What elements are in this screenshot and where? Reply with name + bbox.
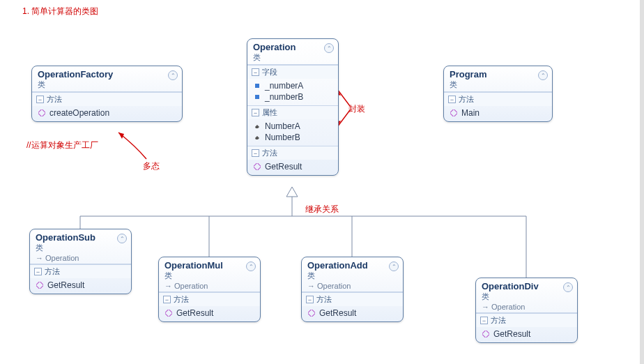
class-operation[interactable]: Operation 类 ⌃ − 字段 _numberA _numberB xyxy=(247,38,339,176)
svg-rect-18 xyxy=(482,331,489,338)
stereotype: 类 xyxy=(482,291,572,302)
method-icon xyxy=(450,109,458,117)
svg-rect-12 xyxy=(255,95,259,99)
toggle-icon[interactable]: − xyxy=(163,296,171,303)
class-operation-div[interactable]: OperationDiv 类 → Operation ⌃ − 方法 GetRes… xyxy=(475,278,578,343)
svg-rect-14 xyxy=(450,109,457,116)
svg-rect-13 xyxy=(254,163,261,170)
method-icon xyxy=(164,309,173,317)
svg-marker-0 xyxy=(286,187,298,197)
diagram-canvas: 1. 简单计算器的类图 //运算对象生产工厂 多态 封装 继承关系 Operat… xyxy=(0,0,644,364)
svg-rect-11 xyxy=(255,84,259,88)
section-methods-label: 方法 xyxy=(45,266,60,277)
svg-rect-15 xyxy=(36,282,43,289)
method-icon xyxy=(38,109,46,117)
method-create-operation[interactable]: createOperation xyxy=(36,107,179,119)
encapsulation-label: 封装 xyxy=(348,103,365,115)
method-get-result[interactable]: GetResult xyxy=(306,308,400,319)
class-operation-add[interactable]: OperationAdd 类 → Operation ⌃ − 方法 GetRes… xyxy=(301,257,404,322)
property-number-a[interactable]: NumberA xyxy=(252,121,335,132)
section-methods-label: 方法 xyxy=(459,94,474,105)
toggle-icon[interactable]: − xyxy=(252,68,259,76)
stereotype: 类 xyxy=(450,79,546,90)
collapse-icon[interactable]: ⌃ xyxy=(563,282,573,292)
stereotype: 类 xyxy=(253,52,332,63)
section-methods-label: 方法 xyxy=(174,294,189,305)
field-icon xyxy=(253,82,261,90)
method-get-result[interactable]: GetResult xyxy=(34,280,128,291)
right-scrollbar-area xyxy=(640,0,644,364)
section-properties-label: 属性 xyxy=(262,107,277,118)
section-methods-label: 方法 xyxy=(47,94,62,105)
class-title: Program xyxy=(450,69,546,79)
stereotype: 类 xyxy=(307,271,397,281)
base-class-link[interactable]: → Operation xyxy=(36,254,125,262)
svg-marker-7 xyxy=(118,132,124,139)
base-class-link[interactable]: → Operation xyxy=(164,282,254,290)
stereotype: 类 xyxy=(164,271,254,281)
field-number-a[interactable]: _numberA xyxy=(252,80,335,91)
class-title: OperationAdd xyxy=(307,260,397,271)
toggle-icon[interactable]: − xyxy=(34,268,42,275)
collapse-icon[interactable]: ⌃ xyxy=(324,43,334,53)
field-icon xyxy=(253,93,261,101)
section-methods-label: 方法 xyxy=(491,315,506,326)
method-get-result[interactable]: GetResult xyxy=(163,308,257,319)
field-number-b[interactable]: _numberB xyxy=(252,91,335,103)
svg-rect-17 xyxy=(308,310,315,317)
factory-comment: //运算对象生产工厂 xyxy=(26,139,98,151)
class-operation-factory[interactable]: OperationFactory 类 ⌃ − 方法 createOperatio… xyxy=(31,66,183,122)
class-title: OperationFactory xyxy=(38,69,176,79)
collapse-icon[interactable]: ⌃ xyxy=(389,261,399,271)
class-operation-sub[interactable]: OperationSub 类 → Operation ⌃ − 方法 GetRes… xyxy=(29,229,132,294)
section-methods-label: 方法 xyxy=(262,148,277,158)
class-title: OperationDiv xyxy=(482,281,572,291)
collapse-icon[interactable]: ⌃ xyxy=(538,70,548,80)
class-program[interactable]: Program 类 ⌃ − 方法 Main xyxy=(443,66,553,122)
class-operation-mul[interactable]: OperationMul 类 → Operation ⌃ − 方法 GetRes… xyxy=(158,257,261,322)
property-icon xyxy=(253,122,261,130)
class-title: Operation xyxy=(253,42,332,52)
svg-rect-16 xyxy=(165,310,172,317)
method-get-result[interactable]: GetResult xyxy=(480,328,574,340)
collapse-icon[interactable]: ⌃ xyxy=(168,70,178,80)
method-get-result[interactable]: GetResult xyxy=(252,161,335,172)
inheritance-label: 继承关系 xyxy=(305,204,339,215)
toggle-icon[interactable]: − xyxy=(252,149,259,157)
method-main[interactable]: Main xyxy=(448,107,549,119)
stereotype: 类 xyxy=(38,79,176,90)
class-title: OperationMul xyxy=(164,260,254,271)
base-class-link[interactable]: → Operation xyxy=(482,303,572,311)
collapse-icon[interactable]: ⌃ xyxy=(246,261,256,271)
section-fields-label: 字段 xyxy=(262,67,277,77)
method-icon xyxy=(253,162,261,171)
property-number-b[interactable]: NumberB xyxy=(252,132,335,143)
toggle-icon[interactable]: − xyxy=(36,96,44,103)
svg-rect-10 xyxy=(38,109,45,116)
diagram-title: 1. 简单计算器的类图 xyxy=(22,6,98,17)
method-icon xyxy=(482,330,490,338)
toggle-icon[interactable]: − xyxy=(480,317,488,324)
polymorphism-label: 多态 xyxy=(143,160,160,172)
section-methods-label: 方法 xyxy=(316,294,332,305)
class-title: OperationSub xyxy=(36,232,125,243)
collapse-icon[interactable]: ⌃ xyxy=(117,234,127,243)
toggle-icon[interactable]: − xyxy=(306,296,314,303)
base-class-link[interactable]: → Operation xyxy=(307,282,397,290)
method-icon xyxy=(307,309,316,317)
property-icon xyxy=(253,133,261,142)
toggle-icon[interactable]: − xyxy=(252,109,259,116)
stereotype: 类 xyxy=(36,243,125,253)
method-icon xyxy=(36,281,44,289)
toggle-icon[interactable]: − xyxy=(448,96,456,103)
